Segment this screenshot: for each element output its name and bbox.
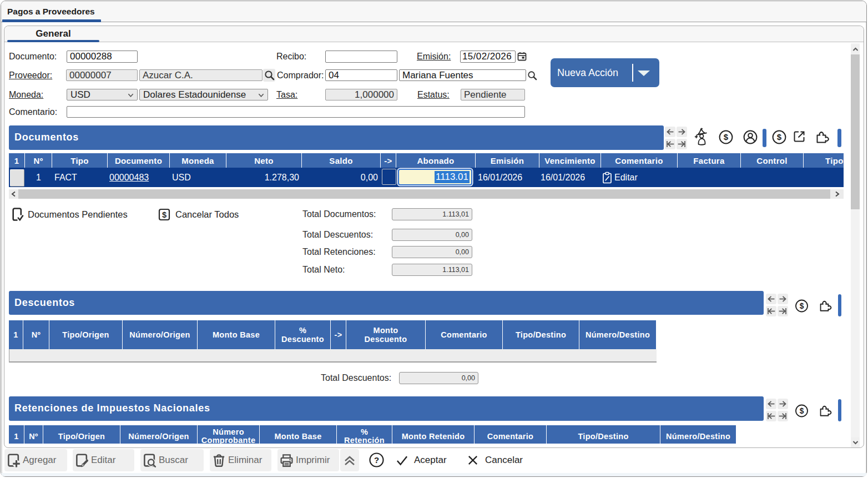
- svg-text:$: $: [800, 301, 804, 310]
- svg-text:$: $: [777, 132, 782, 142]
- svg-text:$: $: [724, 132, 729, 142]
- svg-text:?: ?: [374, 455, 379, 465]
- svg-text:$: $: [162, 210, 166, 219]
- svg-text:$: $: [800, 406, 804, 415]
